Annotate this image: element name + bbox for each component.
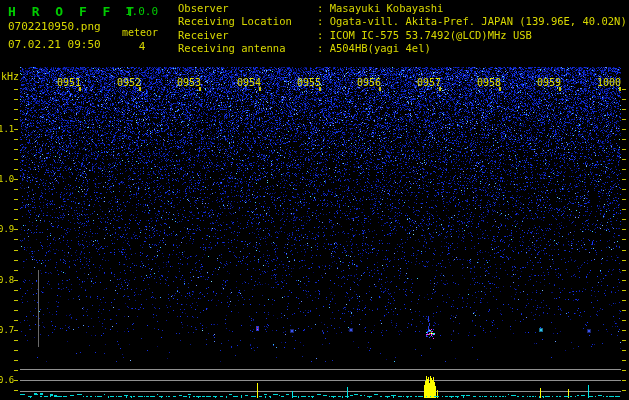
time-axis-label: 1000: [596, 77, 622, 88]
time-axis-label: 0951: [56, 77, 82, 88]
echo-count: 4: [132, 40, 152, 53]
time-axis-label: 0952: [116, 77, 142, 88]
station-row-label: Receiving Location: [178, 15, 317, 28]
app-version: 1.0.0: [125, 5, 158, 18]
app-title: H R O F F T: [8, 4, 138, 19]
spectrogram-canvas: [0, 0, 629, 400]
hrofft-window: { "app": { "title": "H R O F F T", "vers…: [0, 0, 629, 400]
output-filename: 0702210950.png: [8, 20, 101, 33]
freq-axis-label: 0.8: [0, 275, 14, 285]
station-info: Observer: Masayuki KobayashiReceiving Lo…: [178, 2, 627, 56]
mode-label: meteor: [122, 27, 158, 38]
time-axis-label: 0959: [536, 77, 562, 88]
station-row: Observer: Masayuki Kobayashi: [178, 2, 627, 15]
station-row-value: : Ogata-vill. Akita-Pref. JAPAN (139.96E…: [317, 15, 627, 27]
timestamp: 07.02.21 09:50: [8, 38, 101, 51]
station-row-value: : Masayuki Kobayashi: [317, 2, 443, 14]
station-row-label: Receiving antenna: [178, 42, 317, 55]
time-axis-label: 0957: [416, 77, 442, 88]
station-row-value: : A504HB(yagi 4el): [317, 42, 431, 54]
station-row: Receiving antenna: A504HB(yagi 4el): [178, 42, 627, 55]
station-row-label: Observer: [178, 2, 317, 15]
freq-unit-label: kHz: [1, 71, 19, 82]
freq-axis-label: 1.1: [0, 124, 14, 134]
freq-axis-label: 0.6: [0, 375, 14, 385]
station-row-value: : ICOM IC-575 53.7492(@LCD)MHz USB: [317, 29, 532, 41]
time-axis-label: 0956: [356, 77, 382, 88]
time-axis-label: 0954: [236, 77, 262, 88]
freq-axis-label: 0.9: [0, 224, 14, 234]
station-row-label: Receiver: [178, 29, 317, 42]
freq-axis-label: 0.7: [0, 325, 14, 335]
time-axis-label: 0955: [296, 77, 322, 88]
station-row: Receiver: ICOM IC-575 53.7492(@LCD)MHz U…: [178, 29, 627, 42]
time-axis-label: 0953: [176, 77, 202, 88]
freq-axis-label: 1.0: [0, 174, 14, 184]
time-axis-label: 0958: [476, 77, 502, 88]
station-row: Receiving Location: Ogata-vill. Akita-Pr…: [178, 15, 627, 28]
